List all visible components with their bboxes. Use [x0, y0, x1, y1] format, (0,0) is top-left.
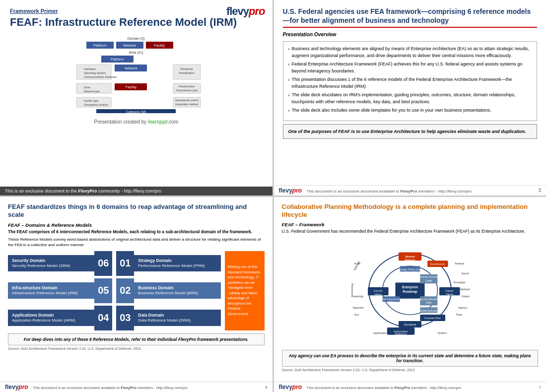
svg-text:Communications Hardware: Communications Hardware	[84, 75, 117, 78]
slide4-title: Collaborative Planning Methodology is a …	[282, 203, 539, 220]
slide3-page-num: 6	[265, 385, 267, 390]
framework-primer-label: Framework Primer	[10, 8, 263, 14]
svg-text:Area (11): Area (11)	[129, 51, 143, 55]
slide3-content: FEAF standardizes things in 6 domains to…	[0, 197, 273, 382]
svg-text:Data and Information: Data and Information	[418, 298, 439, 301]
slide2-italic-quote: One of the purposes of FEAF is to use En…	[283, 124, 538, 139]
svg-text:Business Services: Business Services	[419, 276, 438, 278]
svg-text:Current: Current	[373, 289, 383, 292]
svg-text:Views: Views	[446, 293, 453, 296]
slide2-bullet1: › Business and technology elements are a…	[288, 46, 532, 59]
slide2-footer-logo: flevypro This document is an exclusive d…	[279, 187, 472, 194]
slide4-section-label: FEAF – Framework	[282, 222, 539, 227]
svg-text:(OMB): (OMB)	[425, 280, 432, 282]
bullet-arrow-1: ›	[288, 46, 290, 53]
domain-applications-box: Applications Domain Application Referenc…	[8, 310, 94, 326]
svg-text:Operational control: Operational control	[175, 99, 198, 102]
bullet-arrow-4: ›	[288, 92, 290, 99]
slide3-body-text: These Reference Models convey word-based…	[8, 237, 265, 248]
slide2-content-box: › Business and technology elements are a…	[283, 41, 538, 121]
slide4-footer: flevypro This document is an exclusive d…	[274, 382, 546, 392]
feaf-circular-svg: Enterprise Roadmap Service Delivery Gove…	[350, 238, 470, 343]
svg-text:Agency: Agency	[458, 306, 468, 309]
slide-2: U.S. Federal agencies use FEA framework—…	[274, 0, 546, 196]
slide3-callout: Making use of this standard framework an…	[225, 251, 265, 330]
svg-text:Platform: Platform	[111, 58, 124, 61]
bullet-arrow-3: ›	[288, 77, 290, 84]
slide4-content: Collaborative Planning Methodology is a …	[274, 197, 546, 382]
slide4-logo: flevypro	[279, 384, 304, 391]
svg-text:(IRM): (IRM)	[426, 302, 432, 304]
svg-text:Views: Views	[374, 293, 382, 296]
slide3-domains-left: Security Domain Security Reference Model…	[8, 251, 112, 330]
svg-text:Facility type: Facility type	[84, 99, 98, 102]
bullet-arrow-5: ›	[288, 108, 290, 115]
domain-data-box: Data Domain Data Reference Model (DRM)	[134, 310, 220, 326]
slide3-title: FEAF standardizes things in 6 domains to…	[8, 203, 265, 220]
svg-text:Use: Use	[354, 313, 359, 316]
svg-text:Sector: Sector	[461, 272, 469, 275]
svg-text:Next Infrastructure: Next Infrastructure	[382, 299, 401, 301]
slide1-footer-bold: FlevyPro	[78, 189, 97, 194]
svg-text:Peripheral: Peripheral	[181, 67, 193, 70]
slide3-logo: flevypro	[5, 384, 30, 391]
domain-strategy-num: 01	[116, 251, 134, 276]
domain-business-num: 02	[116, 278, 134, 303]
domain-business: 02 Business Domain Business Reference Mo…	[116, 278, 220, 303]
svg-text:Acquisition method: Acquisition method	[175, 103, 198, 106]
created-by-text: Presentation created by learnppt.com	[10, 119, 263, 125]
svg-text:Principles: Principles	[453, 281, 465, 284]
slide4-source: Source: DoD Architecture Framework Versi…	[282, 368, 539, 372]
slide2-bullet5: › The slide deck also includes some slid…	[288, 107, 532, 115]
domain-security-box: Security Domain Security Reference Model…	[8, 255, 94, 271]
logo-pro: pro	[249, 5, 265, 17]
slide3-source: Source: DoD Architecture Framework Versi…	[8, 347, 265, 350]
domain-strategy-box: Strategy Domain Performance Reference Mo…	[134, 255, 220, 271]
domain-data: 03 Data Domain Data Reference Model (DRM…	[116, 306, 220, 330]
svg-text:Tools: Tools	[456, 313, 462, 316]
svg-text:Reference: Reference	[395, 332, 407, 335]
slide1-logo: flevypro	[226, 5, 265, 18]
svg-text:Future: Future	[445, 289, 453, 292]
slide-1: flevypro Framework Primer FEAF: Infrastr…	[0, 0, 273, 196]
svg-text:Governance: Governance	[430, 263, 445, 266]
svg-text:Audit: Audit	[354, 262, 360, 265]
slide2-bullet3: › This presentation discusses 1 of the 6…	[288, 76, 532, 90]
slide4-circular-diagram: Enterprise Roadmap Service Delivery Gove…	[350, 238, 470, 347]
domain-business-box: Business Domain Business Reference Model…	[134, 282, 220, 299]
svg-text:Network: Network	[125, 66, 137, 70]
slide2-page-num: 3	[538, 188, 541, 193]
slide-4: Collaborative Planning Methodology is a …	[274, 197, 546, 392]
slide4-page-num: 7	[539, 385, 541, 390]
slide3-domains-right: 01 Strategy Domain Performance Reference…	[116, 251, 220, 330]
svg-text:Facility: Facility	[126, 85, 136, 89]
slide-3: FEAF standardizes things in 6 domains to…	[0, 197, 273, 392]
learnppt-brand: learnppt	[148, 119, 167, 125]
svg-text:Application: Application	[373, 331, 387, 334]
slide1-footer: This is an exclusive document to the Fle…	[0, 187, 273, 196]
slide2-content: U.S. Federal agencies use FEA framework—…	[274, 0, 546, 185]
domain-data-num: 03	[116, 306, 134, 330]
domain-infra-box: Infra-structure Domain Infrastructure Re…	[8, 282, 94, 299]
domain-applications: Applications Domain Application Referenc…	[8, 306, 112, 330]
svg-text:Standards: Standards	[404, 323, 416, 326]
slide3-domains-row: Security Domain Security Reference Model…	[8, 251, 265, 330]
svg-text:Method: Method	[460, 288, 469, 291]
logo-flevy: flevy	[226, 5, 249, 17]
svg-text:Platform: Platform	[93, 44, 106, 47]
svg-text:Reporting: Reporting	[351, 295, 363, 298]
svg-text:Enterprise: Enterprise	[402, 285, 418, 289]
svg-text:Network type: Network type	[84, 90, 100, 93]
slide2-title: U.S. Federal agencies use FEA framework—…	[283, 7, 538, 28]
slide2-section-label: Presentation Overview	[283, 32, 538, 37]
slide4-bottom-italic: Any agency can use EA process to describ…	[282, 350, 539, 367]
svg-text:Service: Service	[405, 255, 415, 258]
svg-text:Domain (3): Domain (3)	[128, 37, 145, 41]
slide2-logo: flevypro	[279, 187, 304, 194]
slide3-section-label: FEAF – Domains & Reference Models	[8, 222, 265, 228]
svg-text:Federal: Federal	[455, 262, 464, 265]
slide1-content: flevypro Framework Primer FEAF: Infrastr…	[0, 0, 273, 187]
domain-infra: Infra-structure Domain Infrastructure Re…	[8, 278, 112, 303]
svg-text:Category (M): Category (M)	[126, 110, 146, 113]
bullet-arrow-2: ›	[288, 62, 290, 68]
